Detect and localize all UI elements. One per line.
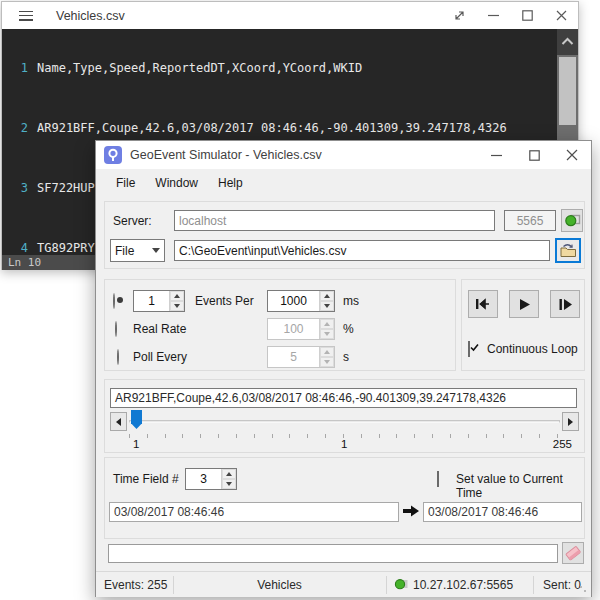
poll-value: 5 [268, 347, 319, 367]
line-text: Name,Type,Speed,ReportedDT,XCoord,YCoord… [28, 61, 362, 76]
spin-up-icon[interactable] [222, 469, 236, 479]
server-host-input[interactable]: localhost [174, 210, 495, 231]
line-number: 1 [2, 61, 28, 76]
resize-grip[interactable] [579, 585, 589, 595]
time-group: Time Field # 3 Set value to Current Time… [104, 457, 585, 539]
current-event-input[interactable]: AR921BFF,Coupe,42.6,03/08/2017 08:46:46,… [110, 388, 577, 408]
time-field-value: 3 [186, 469, 221, 489]
line-number: 3 [2, 181, 28, 196]
simulator-window-title: GeoEvent Simulator - Vehicles.csv [130, 148, 322, 162]
slider-min-label: 1 [133, 438, 139, 450]
play-button[interactable] [509, 290, 539, 318]
events-count: Events: 255 [104, 578, 167, 592]
skip-to-start-icon [475, 298, 491, 310]
editor-titlebar: Vehicles.csv [2, 2, 578, 29]
minimize-icon[interactable] [476, 2, 510, 29]
interval-stepper[interactable]: 1000 [267, 290, 335, 312]
connection-status-icon [394, 577, 409, 595]
close-icon[interactable] [553, 141, 591, 169]
slider-max-label: 255 [553, 438, 572, 450]
connect-button[interactable] [561, 209, 583, 232]
line-text: AR921BFF,Coupe,42.6,03/08/2017 08:46:46,… [28, 121, 507, 136]
arrow-right-icon [568, 418, 573, 426]
rate-group: 1 Events Per 1000 ms Real Rate 100 % Pol… [104, 279, 456, 371]
source-type-select[interactable]: File [110, 239, 165, 262]
time-to-input[interactable]: 03/08/2017 08:46:46 [423, 502, 582, 522]
time-field-stepper[interactable]: 3 [185, 468, 237, 490]
time-from-input[interactable]: 03/08/2017 08:46:46 [109, 502, 399, 522]
slider-right-button[interactable] [562, 412, 579, 431]
continuous-loop-checkbox[interactable] [468, 341, 470, 357]
server-port-input[interactable]: 5565 [504, 210, 556, 231]
minimize-icon[interactable] [477, 141, 515, 169]
log-input[interactable] [108, 544, 558, 563]
set-current-time-checkbox[interactable] [437, 471, 439, 487]
dataset-name: Vehicles [173, 578, 386, 592]
event-count-stepper[interactable]: 1 [133, 290, 185, 312]
events-per-radio[interactable] [113, 293, 115, 309]
eraser-icon [564, 544, 582, 562]
spin-up-icon[interactable] [320, 291, 334, 301]
maximize-icon[interactable] [510, 2, 544, 29]
scrollbar-thumb[interactable] [559, 57, 576, 125]
desktop: Vehicles.csv 1 Name,Type,Speed,ReportedD… [0, 0, 600, 600]
slider-track[interactable] [129, 420, 560, 423]
source-type-value: File [115, 244, 134, 258]
file-path-input[interactable]: C:\GeoEvent\input\Vehicles.csv [174, 240, 550, 261]
spin-down-icon [320, 329, 334, 339]
menu-hamburger-icon[interactable] [19, 11, 33, 21]
line-number: 4 [2, 241, 28, 255]
browse-file-button[interactable] [555, 238, 581, 263]
real-rate-unit-label: % [343, 322, 354, 336]
step-button[interactable] [550, 290, 580, 318]
continuous-loop-label: Continuous Loop [487, 342, 578, 356]
menubar: File Window Help [96, 169, 591, 196]
close-icon[interactable] [544, 2, 578, 29]
event-count-value: 1 [134, 291, 169, 311]
editor-line: 1 Name,Type,Speed,ReportedDT,XCoord,YCoo… [2, 61, 578, 76]
server-address: 10.27.102.67:5565 [413, 578, 513, 592]
editor-window-title: Vehicles.csv [56, 9, 125, 23]
simulator-statusbar: Events: 255 Vehicles 10.27.102.67:5565 S… [96, 571, 591, 597]
poll-every-label: Poll Every [133, 350, 187, 364]
arrow-right-icon [403, 504, 420, 521]
preview-group: AR921BFF,Coupe,42.6,03/08/2017 08:46:46,… [104, 379, 585, 453]
slider-thumb[interactable] [131, 410, 142, 429]
editor-line: 2 AR921BFF,Coupe,42.6,03/08/2017 08:46:4… [2, 121, 578, 136]
set-current-time-label: Set value to Current Time [456, 472, 584, 500]
play-icon [518, 298, 531, 311]
arrow-left-icon [116, 418, 121, 426]
clear-log-button[interactable] [562, 542, 584, 564]
spin-down-icon [320, 357, 334, 367]
real-rate-value: 100 [268, 319, 319, 339]
rewind-to-start-button[interactable] [468, 290, 498, 318]
time-field-label: Time Field # [113, 472, 179, 486]
menu-window[interactable]: Window [145, 172, 208, 194]
maximize-icon[interactable] [515, 141, 553, 169]
check-icon [469, 342, 480, 353]
real-rate-radio[interactable] [115, 321, 117, 337]
spin-down-icon[interactable] [320, 301, 334, 311]
poll-unit-label: s [343, 350, 349, 364]
interval-unit-label: ms [343, 294, 359, 308]
poll-every-radio[interactable] [117, 349, 119, 365]
poll-stepper: 5 [267, 346, 335, 368]
open-folder-icon [560, 243, 577, 258]
fullscreen-icon[interactable] [442, 2, 476, 29]
spin-down-icon[interactable] [170, 301, 184, 311]
line-number: 2 [2, 121, 28, 136]
server-label: Server: [113, 214, 152, 228]
sent-count: Sent: 0 [543, 578, 581, 592]
menu-file[interactable]: File [106, 172, 145, 194]
menu-help[interactable]: Help [208, 172, 253, 194]
slider-left-button[interactable] [110, 412, 127, 431]
real-rate-stepper: 100 [267, 318, 335, 340]
line-indicator: Ln 10 [8, 256, 41, 269]
spin-up-icon [320, 347, 334, 357]
simulator-window: GeoEvent Simulator - Vehicles.csv File W… [95, 140, 592, 597]
spin-down-icon[interactable] [222, 479, 236, 489]
server-group: Server: localhost 5565 File C:\GeoEvent\… [104, 201, 585, 269]
step-forward-icon [558, 298, 573, 311]
spin-up-icon[interactable] [170, 291, 184, 301]
scroll-up-icon[interactable] [557, 29, 578, 55]
